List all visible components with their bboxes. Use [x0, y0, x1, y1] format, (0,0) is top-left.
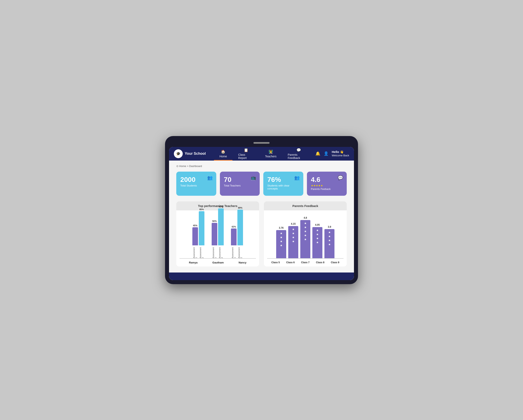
teacher-group-gautham: 56%Assessment 192%Assessment 2 — [212, 205, 224, 258]
brand-logo: 🎓 — [174, 149, 183, 158]
star-icon: ★ — [316, 229, 319, 232]
nav-greeting: Hello 👋 Welcome Back — [332, 150, 349, 157]
concepts-label: Students with clear concepts — [267, 184, 299, 190]
nav-teachers-label: Teachers — [265, 155, 277, 158]
teacher-group-nancy: 42%Assessment 189%Assessment 2 — [231, 207, 243, 258]
nav-teachers[interactable]: 👨‍🏫 Teachers — [260, 147, 282, 161]
teachers-bar-chart: 45%Assessment 185%Assessment 256%Assessm… — [180, 214, 256, 259]
class-rating: 3.9 — [328, 226, 331, 228]
nav-right: 🔔 👤 Hello 👋 Welcome Back — [315, 150, 349, 157]
class-rating: 4.8 — [304, 217, 307, 219]
parents-chart-body: 3.76★★★★4.15★★★★4.8★★★★★4.05★★★★3.9★★★★ … — [264, 210, 347, 266]
class-name-label: Class 6 — [285, 261, 296, 264]
bar-fill — [231, 228, 237, 245]
main-content: ⊙ Home > Dashboard 👥 2000 Total Students… — [169, 161, 354, 273]
students-icon: 👥 — [207, 175, 213, 180]
class-rating: 3.76 — [279, 226, 283, 229]
bar-column: 89%Assessment 2 — [237, 207, 243, 258]
bar-percentage: 42% — [232, 226, 236, 228]
star-icon: ★ — [292, 240, 295, 243]
class-name-label: Class 8 — [315, 261, 326, 264]
nav-class-report[interactable]: 📋 Class Report — [233, 147, 260, 161]
star-icon: ★ — [280, 232, 283, 235]
bar-label: Assessment 2 — [219, 246, 223, 258]
feedback-stars: ★★★★★ — [311, 184, 343, 187]
teacher-name-label: Ramya — [189, 261, 198, 264]
welcome-text: Welcome Back — [332, 154, 349, 157]
star-bar-fill: ★★★★★ — [300, 220, 310, 258]
hello-text: Hello 👋 — [332, 150, 349, 154]
bar-fill — [192, 227, 198, 245]
teachers-icon: 👨‍🏫 — [269, 150, 273, 154]
star-icon: ★ — [316, 233, 319, 236]
bar-percentage: 56% — [212, 220, 217, 222]
brand-logo-icon: 🎓 — [176, 152, 180, 156]
brand-name: Your School — [185, 152, 206, 156]
star-icon: ★ — [304, 226, 307, 229]
parents-chart-title: Parents Feedback — [264, 201, 347, 210]
bar-percentage: 89% — [238, 207, 242, 209]
star-icon: ★ — [280, 240, 283, 243]
class-name-label: Class 5 — [270, 261, 281, 264]
star-icon: ★ — [292, 232, 295, 235]
class-col-class-6: 4.15★★★★ — [288, 222, 298, 258]
bar-fill — [212, 223, 217, 245]
star-icon: ★ — [316, 241, 319, 244]
bar-column: 45%Assessment 1 — [192, 224, 198, 258]
stat-card-concepts: 👥 76% Students with clear concepts — [263, 172, 303, 196]
parents-feedback-icon: 💬 — [296, 148, 301, 152]
star-icon: ★ — [316, 237, 319, 240]
bar-label: Assessment 1 — [232, 246, 236, 258]
footer — [169, 273, 354, 280]
star-icon: ★ — [292, 236, 295, 239]
bar-label: Assessment 2 — [199, 246, 204, 258]
star-icon: ★ — [280, 244, 283, 247]
bar-column: 56%Assessment 1 — [212, 220, 217, 258]
star-bar-fill: ★★★★ — [276, 230, 286, 258]
teacher-group-ramya: 45%Assessment 185%Assessment 2 — [192, 208, 204, 258]
feedback-icon: 💬 — [338, 175, 343, 180]
star-icon: ★ — [328, 235, 331, 238]
star-icon: ★ — [304, 222, 307, 225]
teachers-chart: Top performaning Teachers 45%Assessment … — [176, 201, 259, 267]
star-icon: ★ — [304, 230, 307, 233]
class-col-class-8: 4.05★★★★ — [312, 224, 322, 258]
stat-card-students: 👥 2000 Total Students — [176, 172, 216, 196]
navbar: 🎓 Your School 🏠 Home 📋 Class Report 👨‍🏫 … — [169, 147, 354, 161]
star-bar-fill: ★★★★ — [288, 226, 298, 258]
stat-cards: 👥 2000 Total Students 📺 70 Total Teacher… — [176, 172, 347, 196]
teacher-name-label: Nancy — [239, 261, 246, 264]
bar-label: Assessment 1 — [212, 246, 217, 258]
star-icon: ★ — [304, 234, 307, 237]
class-rating: 4.15 — [291, 222, 295, 225]
bell-icon[interactable]: 🔔 — [315, 151, 320, 156]
feedback-label: Parents Feeback — [311, 187, 343, 191]
star-icon: ★ — [328, 243, 331, 246]
nav-parents-feedback-label: Parents Feedback — [288, 153, 310, 160]
star-bar-fill: ★★★★ — [324, 229, 335, 258]
parents-chart: Parents Feedback 3.76★★★★4.15★★★★4.8★★★★… — [264, 201, 347, 267]
nav-links: 🏠 Home 📋 Class Report 👨‍🏫 Teachers 💬 Par… — [214, 147, 315, 161]
nav-parents-feedback[interactable]: 💬 Parents Feedback — [282, 147, 315, 161]
class-col-class-7: 4.8★★★★★ — [300, 217, 310, 258]
star-icon: ★ — [328, 231, 331, 234]
bar-percentage: 45% — [193, 224, 197, 227]
bar-column: 92%Assessment 2 — [218, 205, 224, 258]
bar-fill — [237, 210, 243, 245]
stat-card-teachers: 📺 70 Total Teachers — [220, 172, 260, 196]
bar-fill — [199, 211, 204, 245]
bar-percentage: 85% — [199, 208, 204, 210]
user-icon[interactable]: 👤 — [324, 151, 329, 156]
class-rating: 4.05 — [315, 224, 319, 226]
breadcrumb: ⊙ Home > Dashboard — [176, 165, 347, 168]
star-icon: ★ — [292, 228, 295, 231]
teachers-stat-icon: 📺 — [251, 175, 256, 180]
concepts-icon: 👥 — [294, 175, 300, 180]
bar-column: 85%Assessment 2 — [199, 208, 204, 258]
nav-home[interactable]: 🏠 Home — [214, 147, 233, 161]
star-icon: ★ — [304, 238, 307, 241]
stat-card-feedback: 💬 4.6 ★★★★★ Parents Feeback — [307, 172, 347, 196]
brand: 🎓 Your School — [174, 149, 206, 158]
bar-label: Assessment 2 — [238, 246, 242, 258]
bar-fill — [218, 208, 224, 245]
